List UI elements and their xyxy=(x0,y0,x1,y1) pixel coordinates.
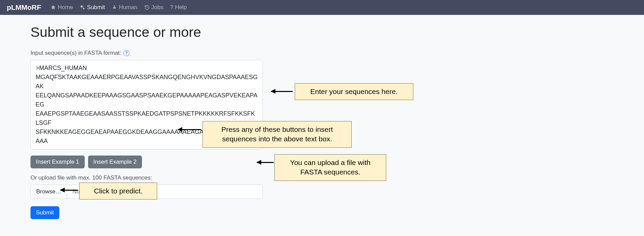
nav-submit[interactable]: Submit xyxy=(80,4,105,11)
svg-point-2 xyxy=(114,5,115,7)
question-icon: ? xyxy=(170,4,173,10)
nav-human-label: Human xyxy=(119,4,138,11)
nav-jobs[interactable]: Jobs xyxy=(144,4,164,11)
page-title: Submit a sequence or more xyxy=(30,24,369,40)
person-icon xyxy=(112,5,117,10)
help-icon[interactable]: ? xyxy=(123,50,129,56)
nav-submit-label: Submit xyxy=(87,4,105,11)
arrow-to-textarea xyxy=(271,91,293,92)
arrow-to-upload xyxy=(257,162,274,163)
input-label-row: Input sequence(s) in FASTA format: ? xyxy=(30,50,369,56)
submit-button[interactable]: Submit xyxy=(30,206,59,219)
callout-click-predict: Click to predict. xyxy=(79,183,157,199)
input-label: Input sequence(s) in FASTA format: xyxy=(30,50,121,56)
navbar: pLMMoRF Home Submit Human Jobs ? Help xyxy=(0,0,644,15)
gears-icon xyxy=(80,5,85,10)
arrow-to-submit xyxy=(60,190,78,191)
history-icon xyxy=(144,5,150,10)
callout-upload-file: You can upload a file with FASTA sequenc… xyxy=(274,154,386,181)
insert-example-1-button[interactable]: Insert Example 1 xyxy=(30,156,85,168)
nav-jobs-label: Jobs xyxy=(151,4,164,11)
callout-example-buttons: Press any of these buttons to insert seq… xyxy=(203,121,352,148)
nav-human[interactable]: Human xyxy=(112,4,138,11)
nav-home[interactable]: Home xyxy=(50,4,73,11)
insert-example-2-button[interactable]: Insert Example 2 xyxy=(88,156,142,168)
home-icon xyxy=(50,5,56,10)
nav-help-label: Help xyxy=(175,4,187,11)
svg-point-1 xyxy=(83,8,84,9)
callout-enter-sequences: Enter your sequences here. xyxy=(295,83,413,100)
brand: pLMMoRF xyxy=(7,3,41,11)
nav-home-label: Home xyxy=(58,4,73,11)
arrow-to-examples xyxy=(178,129,201,130)
nav-help[interactable]: ? Help xyxy=(170,4,187,11)
svg-point-0 xyxy=(81,6,82,7)
